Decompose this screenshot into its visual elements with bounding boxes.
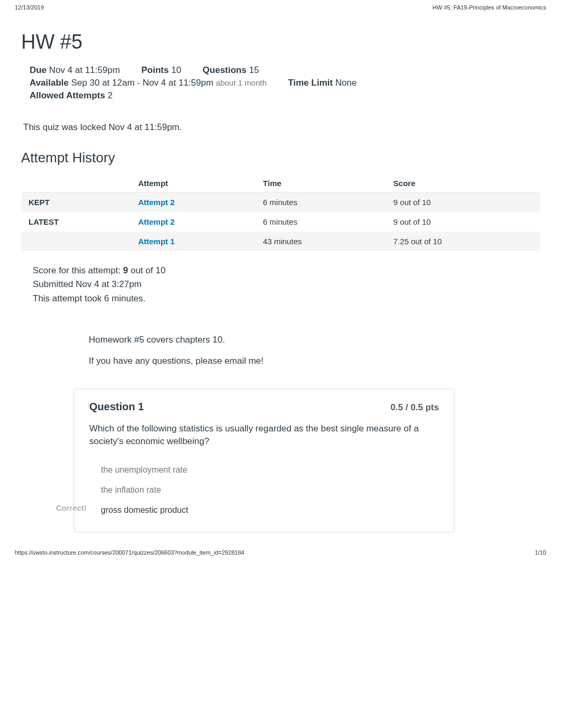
question-prompt: Which of the following statistics is usu… — [89, 422, 439, 448]
meta-points-label: Points — [142, 65, 169, 75]
question-title: Question 1 — [89, 401, 144, 413]
question-points: 0.5 / 0.5 pts — [390, 402, 439, 413]
attempt-history-title: Attempt History — [21, 150, 540, 166]
answer-option: the inflation rate — [89, 480, 439, 500]
meta-allowed: Allowed Attempts 2 — [30, 90, 113, 101]
meta-questions-label: Questions — [203, 65, 247, 75]
status-cell — [21, 232, 130, 251]
instructions-line: If you have any questions, please email … — [89, 354, 440, 368]
col-attempt: Attempt — [130, 174, 255, 192]
time-cell: 43 minutes — [256, 232, 386, 251]
status-cell: LATEST — [21, 212, 130, 232]
meta-timelimit-label: Time Limit — [288, 78, 333, 88]
attempt-link[interactable]: Attempt 2 — [138, 198, 174, 207]
score-cell: 7.25 out of 10 — [386, 232, 540, 251]
meta-available-label: Available — [30, 78, 69, 88]
answer-text: the inflation rate — [89, 480, 439, 500]
col-status — [21, 174, 130, 192]
submitted-at: Submitted Nov 4 at 3:27pm — [33, 278, 540, 291]
quiz-meta: Due Nov 4 at 11:59pm Points 10 Questions… — [21, 61, 540, 110]
quiz-locked-text: This quiz was locked Nov 4 at 11:59pm. — [21, 122, 540, 133]
score-summary: Score for this attempt: 9 out of 10 Subm… — [21, 264, 540, 306]
time-cell: 6 minutes — [256, 192, 386, 213]
page-title: HW #5 — [21, 31, 540, 53]
meta-available: Available Sep 30 at 12am - Nov 4 at 11:5… — [30, 78, 267, 88]
meta-allowed-label: Allowed Attempts — [30, 90, 105, 100]
meta-points: Points 10 — [142, 65, 182, 76]
meta-due-label: Due — [30, 65, 46, 75]
instructions-line: Homework #5 covers chapters 10. — [89, 333, 440, 347]
col-score: Score — [386, 174, 540, 192]
attempt-history-table: Attempt Time Score KEPT Attempt 2 6 minu… — [21, 174, 540, 251]
print-date: 12/13/2019 — [15, 4, 44, 11]
score-cell: 9 out of 10 — [386, 192, 540, 213]
attempt-link[interactable]: Attempt 1 — [138, 237, 174, 246]
meta-available-value: Sep 30 at 12am - Nov 4 at 11:59pm — [71, 78, 213, 88]
meta-timelimit-value: None — [335, 78, 357, 88]
table-row: KEPT Attempt 2 6 minutes 9 out of 10 — [21, 192, 540, 213]
score-prefix: Score for this attempt: — [33, 265, 123, 275]
meta-questions-value: 15 — [249, 65, 259, 75]
score-cell: 9 out of 10 — [386, 212, 540, 232]
table-row: Attempt 1 43 minutes 7.25 out of 10 — [21, 232, 540, 251]
footer-url: https://uwsto.instructure.com/courses/20… — [15, 549, 244, 556]
answer-option: Correct! gross domestic product — [89, 500, 439, 520]
meta-points-value: 10 — [171, 65, 181, 75]
meta-due: Due Nov 4 at 11:59pm — [30, 65, 120, 76]
table-row: LATEST Attempt 2 6 minutes 9 out of 10 — [21, 212, 540, 232]
score-suffix: out of 10 — [128, 265, 165, 275]
meta-questions: Questions 15 — [203, 65, 259, 76]
meta-due-value: Nov 4 at 11:59pm — [49, 65, 120, 75]
answer-text: gross domestic product — [89, 500, 439, 520]
attempt-link[interactable]: Attempt 2 — [138, 217, 174, 226]
time-cell: 6 minutes — [256, 212, 386, 232]
status-cell: KEPT — [21, 192, 130, 213]
instructions-card: Homework #5 covers chapters 10. If you h… — [74, 319, 454, 373]
meta-available-suffix: about 1 month — [216, 78, 267, 87]
page-number: 1/10 — [535, 549, 546, 556]
correct-label: Correct! — [36, 503, 87, 512]
print-footer: https://uwsto.instructure.com/courses/20… — [15, 549, 546, 556]
col-time: Time — [256, 174, 386, 192]
attempt-duration: This attempt took 6 minutes. — [33, 292, 540, 306]
answer-option: the unemployment rate — [89, 460, 439, 480]
print-header: 12/13/2019 HW #5: FA19-Principles of Mac… — [15, 4, 546, 11]
answer-text: the unemployment rate — [89, 460, 439, 480]
meta-allowed-value: 2 — [108, 90, 113, 100]
meta-timelimit: Time Limit None — [288, 78, 357, 88]
print-title: HW #5: FA19-Principles of Macroeconomics — [433, 4, 546, 11]
question-card: Question 1 0.5 / 0.5 pts Which of the fo… — [74, 389, 454, 532]
